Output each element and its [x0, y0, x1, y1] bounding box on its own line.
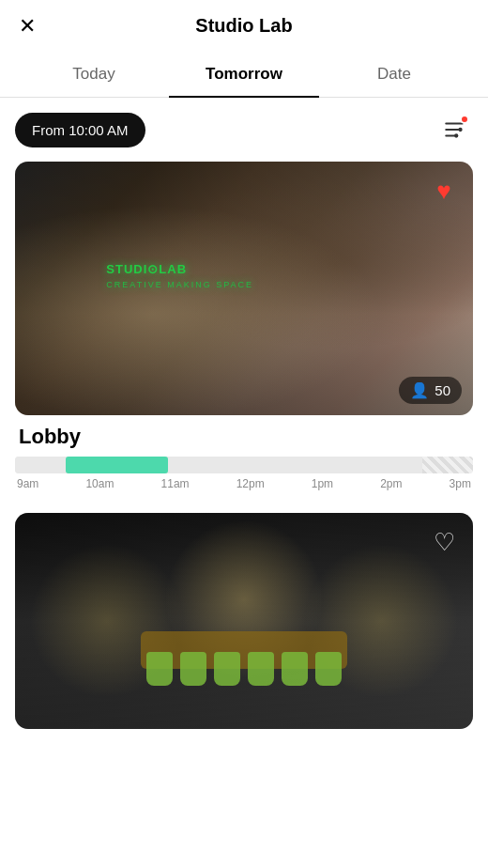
tl-label-3pm: 3pm — [450, 477, 471, 490]
conf-chairs — [146, 652, 342, 686]
tl-label-9am: 9am — [17, 477, 38, 490]
chair-4 — [248, 652, 274, 686]
lobby-title: Lobby — [19, 425, 469, 449]
lobby-card: STUDI⊙LABCREATIVE MAKING SPACE ♥ 👤 50 Lo… — [15, 162, 473, 490]
chair-1 — [146, 652, 173, 686]
timeline-booked — [66, 457, 167, 473]
timeline-available — [168, 457, 422, 473]
person-icon: 👤 — [410, 381, 429, 399]
chair-3 — [214, 652, 240, 686]
svg-point-4 — [454, 133, 458, 137]
conference-favorite-button[interactable]: ♡ — [426, 524, 462, 560]
tab-date[interactable]: Date — [319, 52, 469, 97]
filter-notification-dot — [460, 115, 469, 124]
close-button[interactable]: ✕ — [19, 16, 36, 37]
chair-2 — [180, 652, 206, 686]
header: ✕ Studio Lab — [0, 0, 488, 52]
lobby-image: STUDI⊙LABCREATIVE MAKING SPACE — [15, 162, 473, 415]
tl-label-1pm: 1pm — [312, 477, 333, 490]
tab-tomorrow[interactable]: Tomorrow — [169, 52, 319, 97]
time-filter-pill[interactable]: From 10:00 AM — [15, 113, 145, 147]
page-title: Studio Lab — [195, 15, 292, 37]
chair-5 — [282, 652, 308, 686]
filter-icon-button[interactable] — [435, 111, 473, 148]
conference-image — [15, 513, 473, 729]
tl-label-11am: 11am — [161, 477, 190, 490]
svg-point-3 — [458, 128, 462, 132]
timeline-empty-before — [15, 457, 66, 473]
lobby-timeline: 9am 10am 11am 12pm 1pm 2pm 3pm — [15, 457, 473, 490]
chair-6 — [315, 652, 342, 686]
card-list: STUDI⊙LABCREATIVE MAKING SPACE ♥ 👤 50 Lo… — [0, 162, 488, 770]
lobby-capacity-value: 50 — [435, 382, 450, 398]
conference-card: ♡ — [15, 513, 473, 729]
tl-label-10am: 10am — [85, 477, 114, 490]
tab-today[interactable]: Today — [19, 52, 169, 97]
tl-label-2pm: 2pm — [380, 477, 402, 490]
tab-bar: Today Tomorrow Date — [0, 52, 488, 98]
timeline-labels: 9am 10am 11am 12pm 1pm 2pm 3pm — [15, 477, 473, 490]
tl-label-12pm: 12pm — [236, 477, 265, 490]
timeline-bar — [15, 457, 473, 473]
lobby-favorite-button[interactable]: ♥ — [426, 173, 462, 209]
lobby-capacity-badge: 👤 50 — [399, 377, 462, 404]
heart-filled-icon: ♥ — [436, 177, 450, 206]
filter-bar: From 10:00 AM — [0, 98, 488, 162]
conference-image-wrap: ♡ — [15, 513, 473, 729]
studiolab-sign: STUDI⊙LABCREATIVE MAKING SPACE — [106, 262, 253, 290]
timeline-hatched — [422, 457, 473, 473]
heart-outline-icon: ♡ — [434, 528, 455, 557]
lobby-image-wrap: STUDI⊙LABCREATIVE MAKING SPACE ♥ 👤 50 — [15, 162, 473, 415]
